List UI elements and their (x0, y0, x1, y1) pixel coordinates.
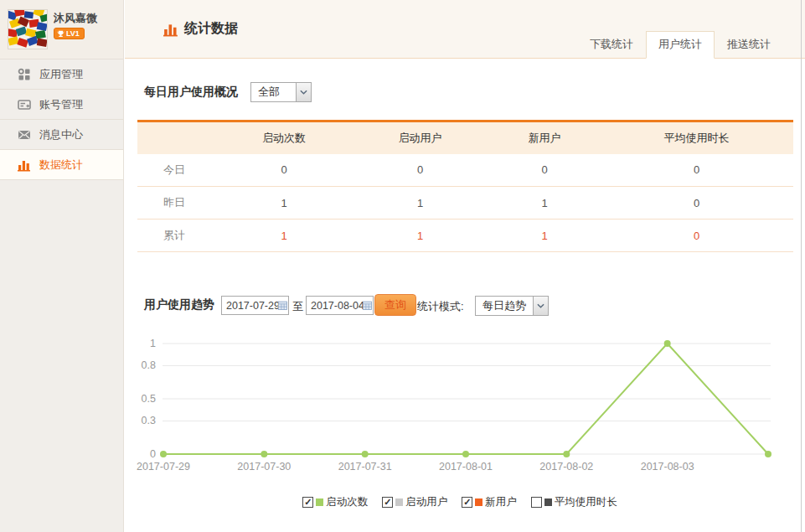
legend-label: 启动用户 (405, 495, 447, 509)
cell-value: 1 (217, 220, 351, 252)
header: 统计数据 下载统计 用户统计 推送统计 (125, 0, 805, 59)
line-chart-canvas: 00.30.50.812017-07-292017-07-302017-07-3… (126, 329, 796, 493)
legend-color-swatch (395, 498, 403, 506)
query-button[interactable]: 查询 (374, 294, 416, 316)
legend-label: 平均使用时长 (555, 495, 617, 509)
tab-download-stats[interactable]: 下载统计 (577, 31, 646, 59)
legend-item-launch-users[interactable]: ✓ 启动用户 (382, 495, 447, 509)
legend-color-swatch (475, 498, 482, 506)
svg-text:2017-07-30: 2017-07-30 (237, 461, 291, 473)
svg-text:2017-07-29: 2017-07-29 (137, 461, 190, 473)
stat-mode-selected-value: 每日趋势 (476, 297, 533, 315)
svg-text:2017-08-03: 2017-08-03 (641, 461, 694, 473)
date-from-input[interactable] (226, 300, 278, 312)
svg-text:2017-08-01: 2017-08-01 (439, 461, 493, 473)
cell-value: 1 (217, 187, 351, 220)
date-range-to-text: 至 (292, 299, 303, 314)
sidebar-menu: 应用管理 账号管理 消息中心 数据统计 (0, 59, 123, 180)
cell-value: 0 (600, 187, 793, 220)
cell-value: 0 (217, 154, 351, 187)
date-from-field[interactable] (221, 296, 289, 315)
legend-color-swatch (316, 498, 323, 506)
trophy-icon (57, 30, 65, 38)
sidebar-item-message-center[interactable]: 消息中心 (0, 120, 123, 150)
svg-text:0: 0 (150, 448, 156, 460)
row-label: 累计 (137, 220, 217, 252)
col-header-new-users: 新用户 (489, 121, 600, 154)
sidebar-item-label: 数据统计 (39, 158, 83, 173)
stat-mode-select[interactable]: 每日趋势 (475, 296, 549, 316)
table-row-yesterday: 昨日 1 1 1 0 (137, 187, 793, 220)
sidebar-item-app-management[interactable]: 应用管理 (0, 59, 123, 90)
app-name: 沐风嘉微 (54, 11, 97, 26)
sidebar-item-account-management[interactable]: 账号管理 (0, 90, 123, 120)
table-row-total: 累计 1 1 1 0 (137, 220, 793, 252)
cell-value: 1 (351, 187, 489, 220)
id-card-icon (18, 98, 31, 111)
legend-label: 新用户 (485, 495, 517, 509)
level-badge-text: LV1 (66, 29, 80, 38)
daily-usage-overview-label: 每日用户使用概况 (144, 85, 238, 100)
sidebar-item-data-statistics[interactable]: 数据统计 (0, 150, 123, 180)
bar-chart-icon (18, 158, 31, 172)
cell-value: 0 (351, 154, 489, 187)
legend-color-swatch (544, 498, 552, 506)
sidebar-item-label: 应用管理 (39, 67, 83, 82)
cell-value: 1 (351, 220, 489, 252)
checkbox[interactable]: ✓ (382, 497, 393, 508)
row-label: 今日 (137, 154, 217, 187)
table-header-row: 启动次数 启动用户 新用户 平均使用时长 (137, 121, 793, 154)
checkbox[interactable] (531, 497, 542, 508)
svg-text:2017-08-02: 2017-08-02 (539, 461, 593, 473)
checkbox[interactable]: ✓ (462, 497, 472, 508)
checkbox[interactable]: ✓ (302, 497, 313, 508)
date-to-field[interactable] (306, 296, 374, 315)
tab-bar: 下载统计 用户统计 推送统计 (577, 31, 783, 59)
legend-item-avg-duration[interactable]: 平均使用时长 (531, 495, 617, 509)
legend-item-new-users[interactable]: ✓ 新用户 (462, 495, 517, 509)
cell-value: 0 (600, 154, 793, 187)
tab-push-stats[interactable]: 推送统计 (715, 31, 783, 59)
chevron-down-icon (296, 83, 311, 101)
svg-text:2017-07-31: 2017-07-31 (338, 461, 392, 473)
svg-text:0.3: 0.3 (142, 415, 156, 426)
app-filter-select[interactable]: 全部 (250, 82, 312, 102)
svg-text:1: 1 (150, 338, 156, 349)
col-header-launch-users: 启动用户 (351, 121, 489, 154)
stat-mode-label: 统计模式: (417, 299, 464, 314)
page-title-text: 统计数据 (184, 20, 238, 38)
grid-icon (18, 68, 31, 81)
svg-text:0.5: 0.5 (142, 393, 156, 405)
page-title: 统计数据 (163, 20, 238, 38)
bar-chart-icon (163, 22, 178, 37)
usage-trend-label: 用户使用趋势 (144, 297, 214, 312)
legend-item-launch-count[interactable]: ✓ 启动次数 (302, 495, 368, 509)
chevron-down-icon (533, 297, 548, 315)
chart-legend: ✓ 启动次数 ✓ 启动用户 ✓ 新用户 平均使用时长 (125, 495, 795, 509)
app-logo (8, 9, 48, 49)
cell-value: 1 (489, 187, 600, 220)
mosaic-logo-image (8, 10, 47, 49)
envelope-icon (18, 128, 31, 142)
usage-summary-table: 启动次数 启动用户 新用户 平均使用时长 今日 0 0 0 0 昨日 1 1 1… (137, 120, 793, 252)
svg-text:0.8: 0.8 (142, 359, 156, 371)
page: 沐风嘉微 LV1 应用管理 账号管理 (0, 0, 805, 532)
calendar-icon[interactable] (278, 301, 287, 310)
calendar-icon[interactable] (363, 301, 372, 310)
sidebar-item-label: 消息中心 (39, 127, 83, 142)
date-to-input[interactable] (311, 300, 363, 312)
row-label: 昨日 (137, 187, 217, 220)
col-header-launch-count: 启动次数 (217, 121, 351, 154)
cell-value: 1 (489, 220, 600, 252)
col-header-empty (137, 121, 217, 154)
tab-user-stats[interactable]: 用户统计 (646, 31, 715, 59)
sidebar: 沐风嘉微 LV1 应用管理 账号管理 (0, 0, 124, 532)
level-badge: LV1 (54, 28, 85, 39)
app-filter-selected-value: 全部 (251, 83, 286, 101)
page-right-border (801, 0, 802, 532)
table-row-today: 今日 0 0 0 0 (137, 154, 793, 187)
cell-value: 0 (600, 220, 793, 252)
daily-usage-overview-bar: 每日用户使用概况 全部 (144, 82, 312, 102)
legend-label: 启动次数 (326, 495, 368, 509)
col-header-avg-duration: 平均使用时长 (600, 121, 793, 154)
